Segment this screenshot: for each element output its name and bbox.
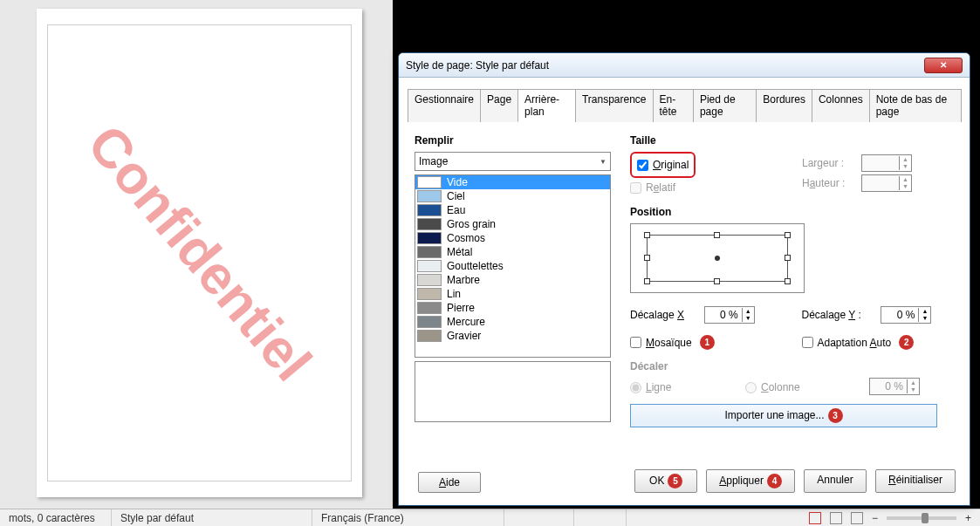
editor-background: Confidentiel <box>0 0 393 509</box>
offset-y-spinner[interactable]: ▲▼ <box>881 306 931 324</box>
fill-item[interactable]: Marbre <box>415 273 610 287</box>
view-multi-icon[interactable] <box>830 512 842 524</box>
help-button[interactable]: Aide <box>418 472 481 493</box>
fill-item-label: Gros grain <box>447 218 496 230</box>
original-label: Original <box>653 159 689 171</box>
decaler-spinner: ▲▼ <box>869 378 920 395</box>
fill-item[interactable]: Lin <box>415 287 610 301</box>
zoom-slider[interactable] <box>887 516 956 520</box>
fill-item[interactable]: Gouttelettes <box>415 259 610 273</box>
original-highlight: Original <box>630 152 696 178</box>
relatif-label: Relatif <box>646 181 675 194</box>
tab-entete[interactable]: En-tête <box>653 89 694 122</box>
position-label: Position <box>630 206 954 218</box>
tab-colonnes[interactable]: Colonnes <box>812 89 870 122</box>
tab-page[interactable]: Page <box>480 89 518 122</box>
height-spinner: ▲▼ <box>861 174 912 192</box>
swatch-icon <box>417 232 442 244</box>
swatch-icon <box>417 218 442 230</box>
width-spinner: ▲▼ <box>861 154 912 172</box>
tab-pane: Remplir Image VideCielEauGros grainCosmo… <box>399 122 970 440</box>
swatch-icon <box>417 316 442 328</box>
adaptation-label: Adaptation Auto <box>818 337 892 349</box>
swatch-icon <box>417 302 442 314</box>
colonne-label: Colonne <box>761 381 800 393</box>
swatch-icon <box>417 246 442 258</box>
position-center-dot <box>715 256 720 261</box>
close-button[interactable]: ✕ <box>924 58 963 73</box>
fill-item-label: Vide <box>447 176 468 188</box>
ligne-radio <box>630 382 641 393</box>
tab-transparence[interactable]: Transparence <box>575 89 654 122</box>
status-empty2 <box>574 509 627 526</box>
size-label: Taille <box>630 134 783 147</box>
view-book-icon[interactable] <box>851 512 863 524</box>
status-words: mots, 0 caractères <box>0 509 112 526</box>
fill-item-label: Gravier <box>447 330 481 342</box>
fill-item-label: Cosmos <box>447 232 485 244</box>
document-page: Confidentiel <box>37 9 362 497</box>
badge-5: 5 <box>668 474 682 488</box>
status-bar: mots, 0 caractères Style par défaut Fran… <box>0 509 980 526</box>
offset-x-spinner[interactable]: ▲▼ <box>704 306 755 324</box>
cancel-button[interactable]: Annuler <box>804 469 867 493</box>
status-lang[interactable]: Français (France) <box>312 509 504 526</box>
swatch-icon <box>417 274 442 286</box>
fill-listbox[interactable]: VideCielEauGros grainCosmosMétalGouttele… <box>415 174 611 358</box>
position-selector[interactable] <box>630 223 805 293</box>
status-style[interactable]: Style par défaut <box>112 509 312 526</box>
fill-type-combo[interactable]: Image <box>415 152 611 171</box>
original-checkbox[interactable] <box>637 160 648 171</box>
ligne-label: Ligne <box>646 381 671 393</box>
relatif-checkbox <box>630 182 641 194</box>
offset-y-label: Décalage Y : <box>802 309 861 321</box>
fill-item[interactable]: Eau <box>415 203 610 217</box>
dialog-title: Style de page: Style par défaut <box>406 59 549 72</box>
apply-button[interactable]: Appliquer4 <box>706 469 795 493</box>
decaler-label: Décaler <box>630 360 954 372</box>
height-label: Hauteur : <box>802 177 854 189</box>
page-style-dialog: Style de page: Style par défaut ✕ Gestio… <box>398 52 970 506</box>
badge-4: 4 <box>767 474 782 488</box>
mosaique-label: Mosaïque <box>646 337 692 349</box>
badge-1: 1 <box>700 335 715 350</box>
tab-bordures[interactable]: Bordures <box>756 89 812 122</box>
offset-x-label: Décalage X <box>630 309 684 321</box>
width-label: Largeur : <box>802 157 854 169</box>
swatch-icon <box>417 190 442 202</box>
ok-button[interactable]: OK5 <box>634 469 697 493</box>
fill-item[interactable]: Vide <box>415 175 610 189</box>
fill-item[interactable]: Gros grain <box>415 217 610 231</box>
tab-gestionnaire[interactable]: Gestionnaire <box>408 89 481 122</box>
fill-item[interactable]: Métal <box>415 245 610 259</box>
colonne-radio <box>745 382 757 393</box>
swatch-icon <box>417 288 442 300</box>
fill-item-label: Eau <box>447 204 465 216</box>
fill-item-label: Marbre <box>447 274 480 286</box>
swatch-icon <box>417 260 442 272</box>
swatch-icon <box>417 176 442 188</box>
fill-item-label: Métal <box>447 246 472 258</box>
import-image-button[interactable]: Importer une image...3 <box>630 404 937 427</box>
fill-item[interactable]: Cosmos <box>415 231 610 245</box>
dialog-titlebar[interactable]: Style de page: Style par défaut ✕ <box>399 53 970 78</box>
fill-item[interactable]: Mercure <box>415 315 610 329</box>
fill-item-label: Ciel <box>447 190 465 202</box>
status-empty1 <box>504 509 574 526</box>
badge-3: 3 <box>828 408 843 423</box>
adaptation-checkbox[interactable] <box>802 337 813 348</box>
zoom-out-icon[interactable]: − <box>872 512 878 524</box>
tab-arriere-plan[interactable]: Arrière-plan <box>517 89 576 122</box>
zoom-in-icon[interactable]: + <box>965 512 971 524</box>
reset-button[interactable]: Réinitialiser <box>875 469 956 493</box>
swatch-icon <box>417 330 442 342</box>
tab-strip: Gestionnaire Page Arrière-plan Transpare… <box>408 88 961 122</box>
tab-note[interactable]: Note de bas de page <box>869 89 962 122</box>
fill-item[interactable]: Ciel <box>415 189 610 203</box>
mosaique-checkbox[interactable] <box>630 337 641 348</box>
swatch-icon <box>417 204 442 216</box>
tab-pied[interactable]: Pied de page <box>693 89 757 122</box>
fill-item[interactable]: Gravier <box>415 329 610 343</box>
view-single-icon[interactable] <box>809 512 821 524</box>
fill-item[interactable]: Pierre <box>415 301 610 315</box>
